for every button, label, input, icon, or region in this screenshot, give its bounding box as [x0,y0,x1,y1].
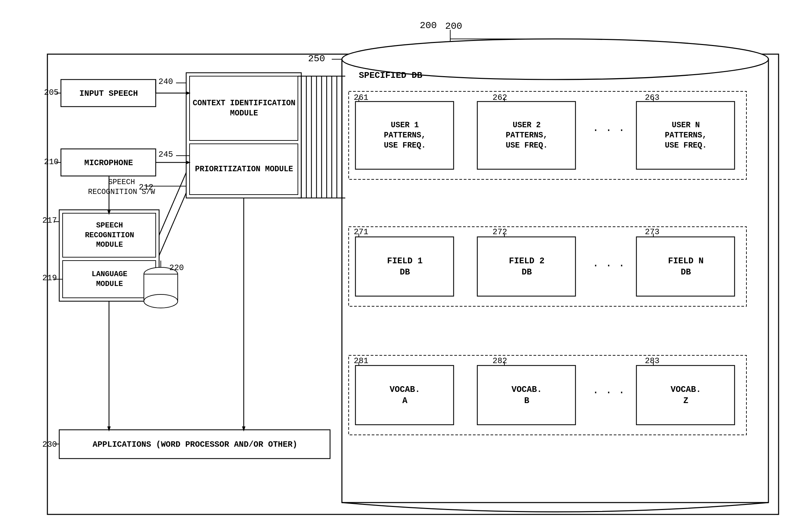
ref-200: 200 [420,20,437,31]
fieldN-label: FIELD NDB [637,238,734,296]
vocabZ-label: VOCAB.Z [637,366,734,424]
ref-219: 219 [42,273,57,283]
ref-210: 210 [44,157,59,167]
vocab-dots: . . . [593,384,625,397]
user1-label: USER 1PATTERNS,USE FREQ. [356,102,453,169]
ref-245: 245 [158,150,173,159]
ref-272: 272 [492,227,507,236]
diagram-container: 200 [20,20,785,514]
user-dots: . . . [593,122,625,134]
field-dots: . . . [593,257,625,270]
field2-label: FIELD 2DB [478,238,575,296]
prioritization-label: PRIORITIZATION MODULE [191,145,298,194]
language-module-label: LANGUAGEMODULE [64,262,155,298]
ref-271: 271 [354,227,368,236]
specified-db-label: SPECIFIED DB [359,70,422,80]
ref-262: 262 [492,93,507,102]
ref-250-label: 250 [308,54,325,64]
ref-281: 281 [354,356,368,365]
ref-240: 240 [158,77,173,86]
speech-recog-module-label: SPEECHRECOGNITIONMODULE [64,214,155,257]
svg-line-43 [159,173,186,235]
ref-230: 230 [42,440,57,449]
ref-263: 263 [645,93,659,102]
userN-label: USER NPATTERNS,USE FREQ. [637,102,734,169]
svg-marker-40 [186,161,191,164]
svg-marker-36 [186,91,191,95]
svg-line-42 [159,193,186,255]
ref-282: 282 [492,356,507,365]
ref-283: 283 [645,356,659,365]
ref-205: 205 [44,88,59,97]
ref-220: 220 [169,263,184,272]
user2-label: USER 2PATTERNS,USE FREQ. [478,102,575,169]
field1-label: FIELD 1DB [356,238,453,296]
ref-217: 217 [42,216,57,225]
context-id-label: CONTEXT IDENTIFICATION MODULE [191,77,298,140]
microphone-label: MICROPHONE [62,150,155,176]
vocabB-label: VOCAB.B [478,366,575,424]
applications-label: APPLICATIONS (WORD PROCESSOR AND/OR OTHE… [60,431,330,458]
ref-212: 212 [139,183,153,192]
ref-261: 261 [354,93,368,102]
ref-200-label: 200 [445,21,462,32]
input-speech-label: INPUT SPEECH [62,80,155,106]
vocabA-label: VOCAB.A [356,366,453,424]
ref-273: 273 [645,227,659,236]
